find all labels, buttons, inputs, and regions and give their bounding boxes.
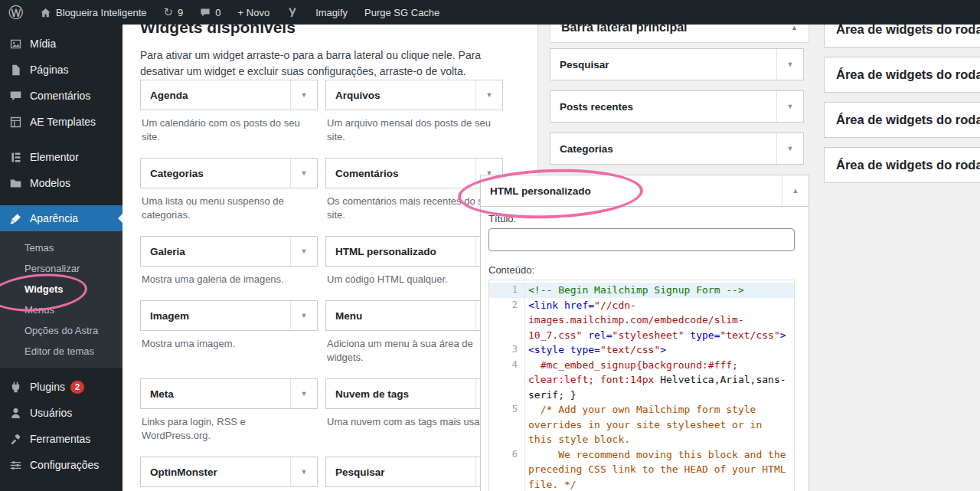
comments-icon [9, 90, 22, 103]
widget-name: Pesquisar [550, 59, 609, 70]
plugin-icon [9, 381, 22, 394]
submenu-item-widgets[interactable]: Widgets [0, 279, 122, 300]
widget-description: Links para login, RSS e WordPress.org. [142, 415, 316, 443]
widget-name: OptinMonster [141, 466, 217, 478]
chevron-down-icon[interactable]: ▼ [776, 49, 803, 80]
media-icon [9, 38, 22, 51]
widget-cell: Meta ▼ Links para login, RSS e WordPress… [140, 378, 318, 457]
admin-sidebar: Mídia Páginas Comentários AE Templates E [0, 25, 122, 491]
admin-bar: Ⓦ Blogueira Inteligente ↻ 9 0 + Novo [0, 0, 980, 25]
widget-card-menu[interactable]: Menu ▼ [325, 300, 503, 331]
chevron-down-icon[interactable]: ▼ [776, 133, 803, 164]
page-description: Para ativar um widget arraste-o para a b… [140, 47, 512, 80]
widget-description: Uma nuvem com as tags mais usadas. [327, 415, 501, 429]
footer-widget-area[interactable]: Área de widgets do roda [824, 147, 980, 183]
widget-card-optinmonster[interactable]: OptinMonster ▼ [140, 457, 318, 487]
widget-name: Agenda [141, 90, 188, 101]
chevron-down-icon[interactable]: ▼ [290, 80, 317, 110]
widget-name: Arquivos [326, 90, 381, 101]
widget-cell: Imagem ▼ Mostra uma imagem. [140, 300, 318, 378]
footer-widget-areas: Área de widgets do roda Área de widgets … [824, 0, 980, 192]
widget-card-nuvem-de-tags[interactable]: Nuvem de tags ▼ [325, 378, 503, 409]
widget-title-input[interactable] [488, 228, 795, 251]
widget-card-meta[interactable]: Meta ▼ [140, 378, 318, 409]
widget-card-pesquisar[interactable]: Pesquisar ▼ [325, 457, 503, 487]
purge-cache-label: Purge SG Cache [364, 7, 439, 18]
footer-widget-area[interactable]: Área de widgets do roda [824, 57, 980, 93]
sidebar-item-paginas[interactable]: Páginas [0, 57, 122, 83]
code-line: 3 <style type="text/css"> [489, 342, 794, 358]
line-number: 4 [489, 358, 525, 403]
sidebar-item-ferramentas[interactable]: Ferramentas [0, 426, 122, 452]
custom-html-widget-header[interactable]: HTML personalizado ▲ [480, 175, 809, 207]
widget-cell: OptinMonster ▼ [140, 457, 318, 491]
widget-name: HTML personalizado [481, 185, 591, 197]
widget-card-html-personalizado[interactable]: HTML personalizado ▼ [325, 236, 503, 267]
widget-cell: Galeria ▼ Mostra uma galeria de imagens. [140, 236, 318, 300]
sidebar-item-configuracoes[interactable]: Configurações [0, 452, 122, 478]
comments-menu[interactable]: 0 [191, 0, 229, 25]
template-icon [9, 116, 22, 129]
footer-area-title: Área de widgets do roda [836, 113, 980, 127]
widget-name: Nuvem de tags [326, 388, 409, 400]
widget-description: Mostra uma imagem. [142, 337, 316, 351]
new-content-menu[interactable]: + Novo [230, 0, 279, 25]
sidebar-item-modelos[interactable]: Modelos [0, 170, 122, 196]
sidebar-item-midia[interactable]: Mídia [0, 31, 122, 57]
chevron-down-icon[interactable]: ▼ [290, 237, 317, 266]
sidebar-item-comentarios[interactable]: Comentários [0, 83, 122, 109]
panel-widget-categorias[interactable]: Categorias ▼ [550, 133, 804, 165]
panel-widget-posts-recentes[interactable]: Posts recentes ▼ [550, 90, 804, 123]
submenu-item-temas[interactable]: Temas [0, 237, 122, 258]
chevron-down-icon[interactable]: ▼ [290, 159, 317, 188]
widget-card-galeria[interactable]: Galeria ▼ [140, 236, 318, 267]
sidebar-item-aparencia[interactable]: Aparência [0, 205, 122, 231]
chevron-down-icon[interactable]: ▼ [290, 379, 317, 408]
chevron-down-icon[interactable]: ▼ [290, 301, 317, 330]
content-field-label: Conteúdo: [488, 264, 793, 276]
submenu-item-personalizar[interactable]: Personalizar [0, 258, 122, 279]
widget-name: Categorias [550, 143, 613, 155]
sidebar-item-plugins[interactable]: Plugins 2 [0, 374, 122, 400]
updates-menu[interactable]: ↻ 9 [155, 0, 192, 25]
submenu-item-editor-de-temas[interactable]: Editor de temas [0, 341, 122, 362]
footer-widget-area[interactable]: Área de widgets do roda [824, 102, 980, 138]
widget-name: HTML personalizado [326, 246, 436, 257]
sidebar-item-elementor[interactable]: Elementor [0, 144, 122, 170]
submenu-item-menus[interactable]: Menus [0, 300, 122, 320]
widget-cell: Menu ▼ Adiciona um menu à sua área de wi… [325, 300, 503, 378]
imagify-menu[interactable]: Imagify [307, 0, 356, 25]
new-content-label: + Novo [238, 7, 270, 18]
submenu-item-opcoes-do-astra[interactable]: Opções do Astra [0, 320, 122, 341]
chevron-up-icon[interactable]: ▲ [782, 175, 808, 206]
code-line: 6 We recommend moving this block and the… [489, 447, 794, 491]
widget-card-arquivos[interactable]: Arquivos ▼ [325, 80, 503, 110]
widget-card-imagem[interactable]: Imagem ▼ [140, 300, 318, 331]
chevron-down-icon[interactable]: ▼ [776, 91, 803, 122]
panel-widget-pesquisar[interactable]: Pesquisar ▼ [550, 48, 804, 80]
comments-bubble-icon [200, 8, 211, 18]
widget-card-agenda[interactable]: Agenda ▼ [140, 80, 318, 110]
widget-card-comentarios[interactable]: Comentários ▼ [325, 158, 503, 188]
site-name-link[interactable]: Blogueira Inteligente [31, 0, 155, 25]
wordpress-logo-menu[interactable]: Ⓦ [0, 0, 31, 25]
user-icon [9, 407, 22, 420]
widget-card-categorias[interactable]: Categorias ▼ [140, 158, 318, 188]
purge-cache-menu[interactable]: Purge SG Cache [356, 0, 448, 25]
site-name: Blogueira Inteligente [56, 7, 147, 18]
sidebar-item-usuarios[interactable]: Usuários [0, 400, 122, 426]
chevron-down-icon[interactable]: ▼ [290, 457, 317, 486]
code-text: <link href="//cdn-images.mailchimp.com/e… [525, 298, 789, 343]
line-number: 6 [489, 447, 525, 491]
line-number: 2 [489, 298, 525, 343]
code-line: 1 <!-- Begin Mailchimp Signup Form --> [489, 283, 794, 298]
widget-description: Uma lista ou menu suspenso de categorias… [142, 195, 316, 222]
widget-cell: Pesquisar ▼ [325, 457, 503, 491]
code-editor[interactable]: 1 <!-- Begin Mailchimp Signup Form --> 2… [488, 280, 795, 491]
yoast-menu[interactable] [278, 0, 307, 25]
widget-description: Mostra uma galeria de imagens. [142, 273, 316, 286]
chevron-down-icon[interactable]: ▼ [475, 80, 502, 110]
sidebar-item-ae-templates[interactable]: AE Templates [0, 109, 122, 135]
wordpress-logo-icon: Ⓦ [8, 5, 23, 20]
chevron-up-icon[interactable]: ▲ [791, 24, 798, 31]
